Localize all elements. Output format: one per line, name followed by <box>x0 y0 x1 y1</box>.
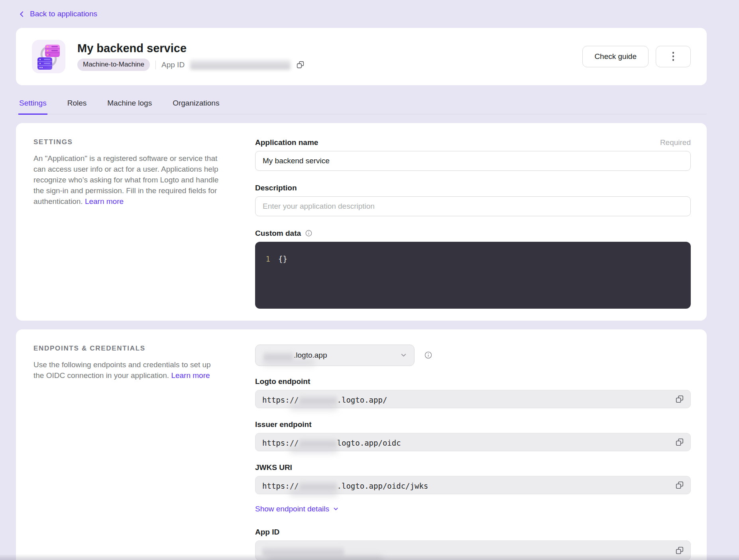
app-type-badge: Machine-to-Machine <box>77 59 150 70</box>
settings-learn-more-link[interactable]: Learn more <box>85 197 124 206</box>
copy-icon[interactable] <box>674 544 686 556</box>
required-hint: Required <box>660 138 691 147</box>
settings-section-description: An "Application" is a registered softwar… <box>33 153 221 207</box>
info-circle-icon[interactable] <box>305 229 313 237</box>
application-name-group: Application name Required <box>255 138 691 171</box>
more-actions-button[interactable] <box>656 46 691 67</box>
domain-suffix: .logto.app <box>294 351 327 360</box>
application-header-card: My backend service Machine-to-Machine Ap… <box>16 28 707 85</box>
redacted-host <box>299 394 337 403</box>
chevron-down-icon <box>400 352 407 358</box>
editor-content: {} <box>278 255 287 309</box>
app-id-label: App ID <box>161 61 185 69</box>
settings-card: SETTINGS An "Application" is a registere… <box>16 123 707 321</box>
endpoints-learn-more-link[interactable]: Learn more <box>171 371 210 380</box>
check-guide-button[interactable]: Check guide <box>582 46 649 67</box>
description-label: Description <box>255 184 297 192</box>
domain-selector[interactable]: .logto.app <box>255 345 415 366</box>
tab-bar: Settings Roles Machine logs Organization… <box>16 96 707 114</box>
app-id-field-label: App ID <box>255 528 691 537</box>
chevron-left-icon <box>18 11 25 18</box>
description-input[interactable] <box>255 196 691 216</box>
logto-endpoint-label: Logto endpoint <box>255 377 691 386</box>
description-group: Description <box>255 184 691 216</box>
copy-icon[interactable] <box>296 61 305 69</box>
application-name-input[interactable] <box>255 151 691 171</box>
endpoints-section-heading: ENDPOINTS & CREDENTIALS <box>33 345 221 352</box>
logto-endpoint-group: Logto endpoint https://.logto.app/ <box>255 377 691 408</box>
copy-icon[interactable] <box>674 479 686 491</box>
application-name-label: Application name <box>255 138 318 147</box>
kebab-menu-icon <box>672 52 674 54</box>
redacted-app-id-value <box>262 546 344 556</box>
custom-data-label: Custom data <box>255 229 301 238</box>
tab-machine-logs[interactable]: Machine logs <box>106 96 153 115</box>
tab-organizations[interactable]: Organizations <box>172 96 220 115</box>
endpoints-section-description: Use the following endpoints and credenti… <box>33 359 221 381</box>
settings-section-heading: SETTINGS <box>33 138 221 146</box>
issuer-endpoint-label: Issuer endpoint <box>255 420 691 429</box>
custom-data-editor[interactable]: 1 {} <box>255 242 691 309</box>
jwks-uri-group: JWKS URI https://.logto.app/oidc/jwks <box>255 463 691 494</box>
back-to-applications-link[interactable]: Back to applications <box>18 10 97 18</box>
issuer-endpoint-field[interactable]: https://logto.app/oidc <box>255 433 691 451</box>
logto-endpoint-field[interactable]: https://.logto.app/ <box>255 390 691 408</box>
app-id-field[interactable] <box>255 540 691 560</box>
tab-roles[interactable]: Roles <box>67 96 88 115</box>
page-title: My backend service <box>77 42 305 55</box>
show-endpoint-details-link[interactable]: Show endpoint details <box>255 505 339 513</box>
tab-settings[interactable]: Settings <box>18 96 47 115</box>
redacted-host <box>299 480 337 490</box>
custom-data-group: Custom data 1 {} <box>255 229 691 309</box>
divider <box>155 61 156 69</box>
issuer-endpoint-group: Issuer endpoint https://logto.app/oidc <box>255 420 691 451</box>
redacted-tenant-id <box>263 351 293 360</box>
page: Back to applications <box>16 0 707 560</box>
redacted-host <box>299 437 337 446</box>
machine-to-machine-icon <box>32 40 65 73</box>
jwks-uri-field[interactable]: https://.logto.app/oidc/jwks <box>255 476 691 494</box>
jwks-uri-label: JWKS URI <box>255 463 691 472</box>
copy-icon[interactable] <box>674 436 686 448</box>
editor-line-number: 1 <box>255 255 278 309</box>
redacted-app-id <box>190 60 291 70</box>
copy-icon[interactable] <box>674 393 686 405</box>
back-link-label: Back to applications <box>30 10 97 18</box>
endpoints-card: ENDPOINTS & CREDENTIALS Use the followin… <box>16 329 707 560</box>
app-id-group: App ID <box>255 528 691 560</box>
chevron-down-icon <box>333 506 339 512</box>
info-circle-icon[interactable] <box>424 351 432 359</box>
